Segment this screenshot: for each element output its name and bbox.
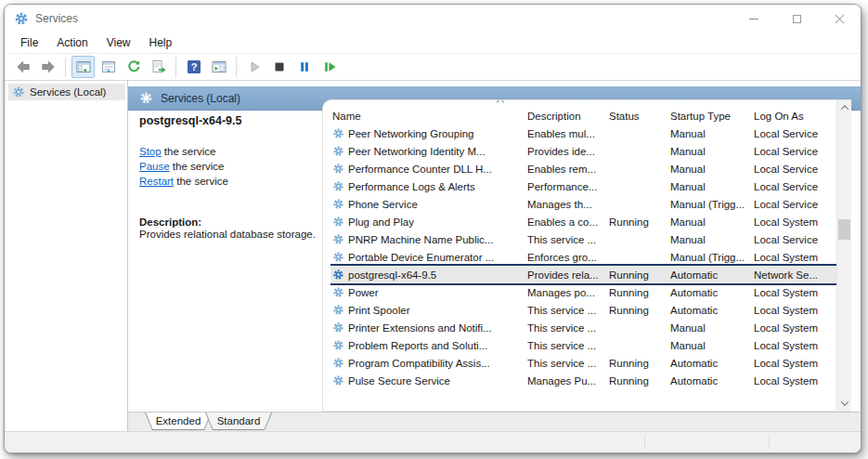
main-area: Services (Local) Services (Local) postgr… <box>5 81 861 431</box>
services-list: NameDescriptionStatusStartup TypeLog On … <box>323 100 836 411</box>
column-header-log-on-as[interactable]: Log On As <box>752 111 836 122</box>
service-row[interactable]: Program Compatibility Assis...This servi… <box>330 354 836 372</box>
action-suffix: the service <box>174 176 228 187</box>
column-label: Status <box>609 111 640 122</box>
tab-standard[interactable]: Standard <box>205 413 272 430</box>
service-row[interactable]: Printer Extensions and Notifi...This ser… <box>330 319 836 336</box>
service-row[interactable]: Problem Reports and Soluti...This servic… <box>330 336 836 354</box>
column-header-name[interactable]: Name <box>330 111 525 122</box>
service-row[interactable]: PowerManages po...RunningAutomaticLocal … <box>330 283 836 301</box>
stop-service-button[interactable] <box>267 56 291 78</box>
chevron-down-icon <box>840 398 848 405</box>
column-label: Startup Type <box>670 111 731 122</box>
restart-service-link[interactable]: Restart <box>139 176 174 187</box>
column-header-status[interactable]: Status <box>607 111 668 122</box>
menu-bar: FileActionViewHelp <box>5 33 861 53</box>
cell-startup-type: Automatic <box>668 358 752 369</box>
scroll-up-button[interactable] <box>837 100 852 115</box>
column-header-description[interactable]: Description <box>525 111 607 122</box>
refresh-button[interactable] <box>122 56 145 78</box>
forward-button[interactable] <box>36 56 59 78</box>
cell-log-on-as: Local Service <box>752 199 836 210</box>
show-action-pane-button[interactable] <box>207 56 230 78</box>
show-console-tree-button[interactable] <box>71 56 95 78</box>
pane-header-title: Services (Local) <box>161 92 240 105</box>
service-row[interactable]: Performance Counter DLL H...Enables rem.… <box>330 160 836 177</box>
service-name-text: Problem Reports and Soluti... <box>348 340 487 351</box>
console-tree-icon <box>76 59 91 74</box>
cell-log-on-as: Local System <box>752 287 836 298</box>
cell-log-on-as: Local Service <box>752 146 836 157</box>
refresh-icon <box>126 59 141 74</box>
cell-status: Running <box>607 375 668 387</box>
service-actions: Stop the servicePause the serviceRestart… <box>139 144 316 189</box>
vertical-scrollbar[interactable] <box>836 100 851 411</box>
scrollbar-track[interactable] <box>837 115 851 396</box>
service-row[interactable]: Plug and PlayEnables a co...RunningManua… <box>330 213 836 230</box>
cell-description: Enforces gro... <box>525 252 607 263</box>
title-bar[interactable]: Services <box>5 5 861 33</box>
scroll-down-button[interactable] <box>837 396 852 411</box>
tab-label: Standard <box>211 413 266 429</box>
cell-startup-type: Manual <box>668 322 752 334</box>
column-header-startup-type[interactable]: Startup Type <box>668 111 752 122</box>
minimize-button[interactable] <box>732 5 775 33</box>
sort-ascending-icon <box>497 99 504 106</box>
cell-log-on-as: Local System <box>752 358 836 369</box>
maximize-button[interactable] <box>775 5 818 33</box>
service-name-text: Pulse Secure Service <box>348 375 450 387</box>
cell-log-on-as: Local System <box>752 252 836 263</box>
pause-service-button[interactable] <box>292 56 316 78</box>
cell-description: This service ... <box>525 340 607 351</box>
services-gear-icon <box>139 91 153 105</box>
service-gear-icon <box>332 163 344 175</box>
cell-startup-type: Automatic <box>668 287 752 298</box>
toolbar: ? <box>5 53 861 81</box>
service-row[interactable]: Pulse Secure ServiceManages Pu...Running… <box>330 372 836 389</box>
stop-service-link[interactable]: Stop <box>139 146 162 157</box>
close-button[interactable] <box>818 5 861 33</box>
service-row[interactable]: Peer Networking Identity M...Provides id… <box>330 142 836 160</box>
pause-icon <box>297 59 312 74</box>
cell-description: Manages th... <box>525 199 607 210</box>
scrollbar-thumb[interactable] <box>838 219 850 240</box>
menu-file[interactable]: File <box>12 34 46 51</box>
service-row-selected[interactable]: postgresql-x64-9.5Provides rela...Runnin… <box>330 266 836 283</box>
properties-window-icon <box>101 59 116 74</box>
cell-description: This service ... <box>525 234 607 245</box>
properties-button[interactable] <box>97 56 120 78</box>
service-row[interactable]: Print SpoolerThis service ...RunningAuto… <box>330 301 836 319</box>
service-row[interactable]: Portable Device Enumerator ...Enforces g… <box>330 248 836 266</box>
service-row[interactable]: PNRP Machine Name Public...This service … <box>330 230 836 248</box>
service-row[interactable]: Peer Networking GroupingEnables mul...Ma… <box>330 125 836 142</box>
service-gear-icon <box>332 127 344 139</box>
back-button[interactable] <box>11 56 34 78</box>
service-gear-icon <box>332 304 344 316</box>
menu-action[interactable]: Action <box>48 34 96 51</box>
menu-help[interactable]: Help <box>141 34 181 51</box>
minimize-icon <box>749 19 758 20</box>
help-button[interactable]: ? <box>182 56 205 78</box>
service-gear-icon <box>332 198 344 210</box>
cell-startup-type: Manual <box>668 234 752 245</box>
cell-status: Running <box>607 269 668 281</box>
cell-log-on-as: Local System <box>752 216 836 228</box>
menu-view[interactable]: View <box>98 34 139 51</box>
service-name-text: Performance Logs & Alerts <box>348 181 475 192</box>
pause-service-link[interactable]: Pause <box>139 161 170 172</box>
service-gear-icon <box>332 357 344 369</box>
export-list-button[interactable] <box>147 56 170 78</box>
description-label: Description: <box>139 216 316 228</box>
service-row[interactable]: Phone ServiceManages th...Manual (Trigg.… <box>330 195 836 213</box>
view-tabs: ExtendedStandard <box>128 412 861 431</box>
service-name-text: Power <box>348 287 379 298</box>
tab-extended[interactable]: Extended <box>145 413 212 430</box>
service-row[interactable]: Performance Logs & AlertsPerformance...M… <box>330 177 836 195</box>
tree-item-services-local[interactable]: Services (Local) <box>8 84 125 100</box>
start-service-button[interactable] <box>242 56 266 78</box>
service-action-line: Stop the service <box>139 144 316 159</box>
cell-startup-type: Manual (Trigg... <box>668 199 752 210</box>
service-gear-icon <box>332 339 344 351</box>
restart-service-button[interactable] <box>317 56 341 78</box>
cell-description: Enables a co... <box>525 216 607 228</box>
